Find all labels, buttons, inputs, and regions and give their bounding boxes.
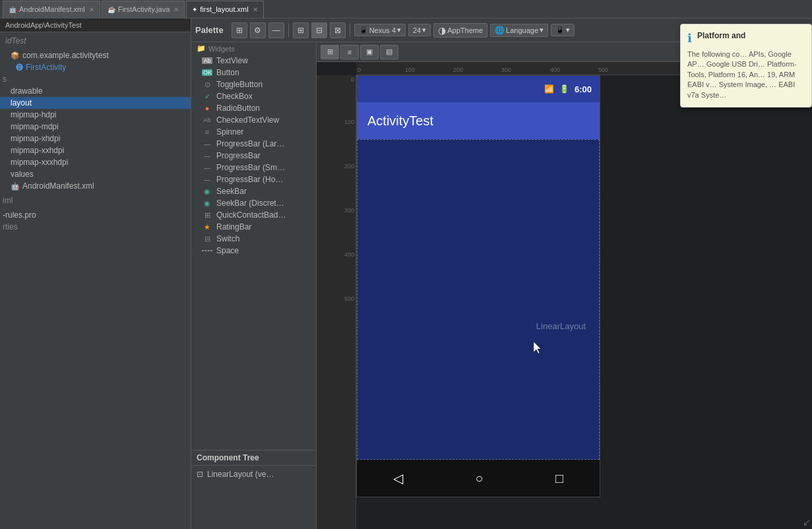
textview-icon: Ab bbox=[202, 57, 212, 64]
folder-icon: 📁 bbox=[197, 44, 206, 53]
nav-home[interactable]: ○ bbox=[475, 471, 483, 486]
tab-close-firstactivity[interactable]: ✕ bbox=[173, 6, 179, 13]
tree-item-mipmap-xhdpi[interactable]: mipmap-xhdpi bbox=[0, 133, 191, 144]
palette-item-radiobutton[interactable]: ● RadioButton bbox=[191, 102, 316, 114]
tab-close-androidmanifest[interactable]: ✕ bbox=[89, 6, 94, 13]
palette-item-progressbar-large[interactable]: — ProgressBar (Lar… bbox=[191, 138, 316, 150]
phone-frame: 📶 🔋 6:00 ActivityTest LinearLayout bbox=[356, 75, 600, 497]
palette-item-space[interactable]: Space bbox=[191, 245, 316, 257]
tree-item-rules[interactable]: -rules.pro bbox=[0, 209, 191, 221]
tree-item-mipmap-xxxhdpi[interactable]: mipmap-xxxhdpi bbox=[0, 156, 191, 168]
tree-item-androidmanifest[interactable]: 🤖 AndroidManifest.xml bbox=[0, 180, 191, 192]
view-toggle-1[interactable]: ⊞ bbox=[293, 22, 309, 38]
tree-item-values[interactable]: values bbox=[0, 168, 191, 180]
ruler-mark-100: 100 bbox=[405, 67, 415, 73]
tree-item-iml[interactable]: iml bbox=[0, 195, 191, 206]
palette-toolbar-btn3[interactable]: — bbox=[268, 22, 284, 38]
palette-item-progressbar-horiz[interactable]: — ProgressBar (Ho… bbox=[191, 173, 316, 185]
device-chevron: ▾ bbox=[397, 26, 401, 34]
palette-item-spinner[interactable]: ≡ Spinner bbox=[191, 126, 316, 138]
nav-back[interactable]: ◁ bbox=[393, 470, 403, 486]
design-combined: ⊞ ≡ ▣ ▤ 0 100 200 300 400 500 bbox=[317, 42, 812, 529]
tab-firstactivity[interactable]: ☕ FirstActivity.java ✕ bbox=[102, 1, 185, 18]
notification-header: ℹ Platform and bbox=[687, 31, 805, 46]
tree-item-idtest[interactable]: idTest bbox=[0, 35, 191, 47]
tab-first-layout[interactable]: ✦ first_layout.xml ✕ bbox=[186, 1, 263, 18]
view-btn-preview[interactable]: ▤ bbox=[380, 45, 398, 59]
palette-item-textview[interactable]: Ab TextView bbox=[191, 55, 316, 67]
view-btn-design[interactable]: ⊞ bbox=[321, 45, 339, 59]
center-area: Palette ⊞ ⚙ — ⊞ ⊟ ⊠ 📱 Nexus 4 ▾ 24 ▾ ◑ bbox=[191, 18, 812, 529]
notification-title: Platform and bbox=[697, 31, 745, 40]
palette-item-seekbar-discrete[interactable]: ◉ SeekBar (Discret… bbox=[191, 197, 316, 209]
ruler-vmark-500: 500 bbox=[344, 296, 354, 302]
notification-panel: ℹ Platform and The following co… APIs, G… bbox=[680, 24, 812, 108]
toolbar-sep1 bbox=[288, 24, 289, 37]
tab-androidmanifest[interactable]: 🤖 AndroidManifest.xml ✕ bbox=[3, 1, 100, 18]
tree-item-mipmap-xxhdpi[interactable]: mipmap-xxhdpi bbox=[0, 144, 191, 156]
palette-item-checkbox[interactable]: ✓ CheckBox bbox=[191, 90, 316, 102]
tree-item-layout[interactable]: layout bbox=[0, 97, 191, 109]
palette-item-button[interactable]: OK Button bbox=[191, 67, 316, 78]
tree-item-s: s bbox=[0, 73, 191, 85]
spinner-icon: ≡ bbox=[202, 128, 212, 136]
progressbar-large-icon: — bbox=[202, 140, 212, 148]
theme-selector[interactable]: ◑ AppTheme bbox=[433, 23, 487, 38]
button-icon: OK bbox=[202, 69, 212, 76]
view-btn-text[interactable]: ≡ bbox=[340, 45, 359, 59]
linear-layout-label: LinearLayout bbox=[536, 321, 586, 331]
view-btn-split[interactable]: ▣ bbox=[360, 45, 379, 59]
svg-marker-0 bbox=[534, 342, 541, 354]
palette-item-checkedtextview[interactable]: Ab CheckedTextView bbox=[191, 114, 316, 126]
manifest-icon: 🤖 bbox=[11, 182, 20, 191]
phone-action-bar: ActivityTest bbox=[357, 102, 600, 139]
linearlayout-tree-icon: ⊡ bbox=[197, 470, 203, 479]
palette-item-progressbar-small[interactable]: — ProgressBar (Sm… bbox=[191, 162, 316, 173]
component-tree: Component Tree ⊡ LinearLayout (ve… bbox=[191, 450, 316, 529]
orientation-icon: 📱 bbox=[555, 26, 565, 34]
palette-item-ratingbar[interactable]: ★ RatingBar bbox=[191, 221, 316, 233]
palette-item-togglebutton[interactable]: ⊙ ToggleButton bbox=[191, 78, 316, 90]
palette-item-switch[interactable]: ⊟ Switch bbox=[191, 233, 316, 245]
androidmanifest-icon: 🤖 bbox=[9, 6, 16, 13]
battery-icon: 🔋 bbox=[559, 84, 569, 94]
palette-content: 📁 Widgets Ab TextView OK Button ⊙ Togg bbox=[191, 42, 316, 450]
toolbar-sep2 bbox=[350, 24, 350, 37]
tree-item-mipmap-hdpi[interactable]: mipmap-hdpi bbox=[0, 109, 191, 121]
tab-bar: 🤖 AndroidManifest.xml ✕ ☕ FirstActivity.… bbox=[0, 0, 812, 18]
palette-item-seekbar[interactable]: ◉ SeekBar bbox=[191, 185, 316, 197]
tree-item-properties[interactable]: rties bbox=[0, 221, 191, 233]
lang-chevron: ▾ bbox=[540, 26, 544, 34]
action-bar-title: ActivityTest bbox=[367, 113, 433, 129]
ruler-vmark-0: 0 bbox=[351, 77, 354, 83]
language-selector[interactable]: 🌐 Language ▾ bbox=[490, 24, 548, 37]
tree-item-mipmap-mdpi[interactable]: mipmap-mdpi bbox=[0, 121, 191, 133]
work-area: 📁 Widgets Ab TextView OK Button ⊙ Togg bbox=[191, 42, 812, 529]
progressbar-small-icon: — bbox=[202, 164, 212, 171]
nav-recents[interactable]: □ bbox=[555, 471, 563, 486]
api-selector[interactable]: 24 ▾ bbox=[408, 24, 431, 36]
device-selector[interactable]: 📱 Nexus 4 ▾ bbox=[354, 24, 406, 36]
ruler-vmark-300: 300 bbox=[344, 207, 354, 214]
progressbar-icon: — bbox=[202, 152, 212, 160]
theme-icon: ◑ bbox=[438, 25, 446, 36]
palette-toolbar-btn1[interactable]: ⊞ bbox=[232, 22, 247, 38]
quickcontact-icon: ⊞ bbox=[202, 211, 212, 220]
ruler-vmark-400: 400 bbox=[344, 251, 354, 258]
main-layout: AndroidApp\ActivityTest idTest 📦 com.exa… bbox=[0, 18, 812, 529]
orientation-chevron: ▾ bbox=[566, 26, 570, 34]
seekbar-discrete-icon: ◉ bbox=[202, 199, 212, 208]
seekbar-icon: ◉ bbox=[202, 187, 212, 196]
palette-toolbar-btn2[interactable]: ⚙ bbox=[250, 22, 266, 38]
view-toggle-3[interactable]: ⊠ bbox=[330, 22, 346, 38]
view-toggle-2[interactable]: ⊟ bbox=[311, 22, 327, 38]
tree-item-firstactivity[interactable]: 🅒 FirstActivity bbox=[0, 61, 191, 73]
tree-item-drawable[interactable]: drawable bbox=[0, 85, 191, 97]
palette-item-quickcontact[interactable]: ⊞ QuickContactBad… bbox=[191, 209, 316, 221]
tree-item-package[interactable]: 📦 com.example.activitytest bbox=[0, 49, 191, 61]
palette-item-progressbar[interactable]: — ProgressBar bbox=[191, 150, 316, 162]
ct-item-linearlayout[interactable]: ⊡ LinearLayout (ve… bbox=[197, 468, 311, 480]
orientation-selector[interactable]: 📱 ▾ bbox=[551, 24, 575, 36]
sidebar: AndroidApp\ActivityTest idTest 📦 com.exa… bbox=[0, 18, 191, 529]
tab-close-first-layout[interactable]: ✕ bbox=[253, 6, 258, 13]
